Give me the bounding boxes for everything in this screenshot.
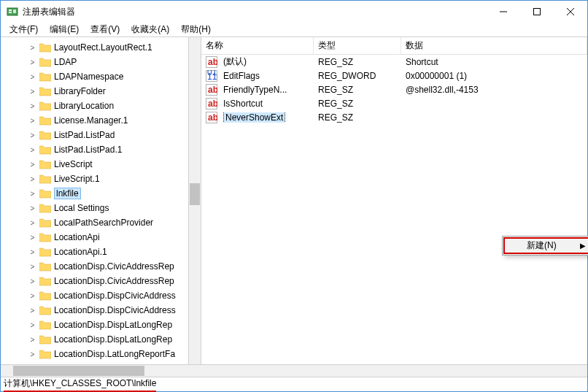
expander-icon[interactable]: > <box>28 350 36 358</box>
tree-item[interactable]: >LocationApi <box>1 230 188 245</box>
tree-item[interactable]: >LDAPNamespace <box>1 69 188 84</box>
list-row[interactable]: abNeverShowExtREG_SZ <box>201 110 587 124</box>
close-button[interactable] <box>554 1 587 23</box>
tree-item[interactable]: >LocationDisp.DispCivicAddress <box>1 288 188 303</box>
folder-icon <box>39 86 51 96</box>
minimize-button[interactable] <box>487 1 520 23</box>
cell-name: NeverShowExt <box>219 112 314 123</box>
menu-help[interactable]: 帮助(H) <box>175 22 217 37</box>
list-view[interactable]: ab(默认)REG_SZShortcut011110EditFlagsREG_D… <box>201 55 587 364</box>
tree-item[interactable]: >LDAP <box>1 55 188 69</box>
tree-item[interactable]: >LocationDisp.DispCivicAddress <box>1 303 188 318</box>
tree-item-label: LDAP <box>54 57 77 67</box>
cell-data: @shell32.dll,-4153 <box>401 85 587 95</box>
statusbar: 计算机\HKEY_CLASSES_ROOT\lnkfile <box>1 377 587 391</box>
tree-item[interactable]: >ListPad.ListPad.1 <box>1 142 188 157</box>
svg-rect-5 <box>534 9 541 15</box>
tree-item[interactable]: >LayoutRect.LayoutRect.1 <box>1 40 188 55</box>
tree-item[interactable]: >LibraryFolder <box>1 84 188 99</box>
menu-favorites[interactable]: 收藏夹(A) <box>125 22 175 37</box>
context-menu-new-item[interactable]: 新建(N) ▶ <box>503 237 588 254</box>
folder-icon <box>39 334 51 345</box>
folder-icon <box>39 305 51 315</box>
folder-icon <box>39 349 51 359</box>
expander-icon[interactable]: > <box>28 321 36 329</box>
folder-icon <box>39 261 51 272</box>
tree-item-label: LocationDisp.CivicAddressRep <box>54 261 174 272</box>
tree-item[interactable]: >lnkfile <box>1 186 188 201</box>
tree-item[interactable]: >ListPad.ListPad <box>1 128 188 142</box>
status-path: 计算机\HKEY_CLASSES_ROOT\lnkfile <box>4 377 156 392</box>
expander-icon[interactable]: > <box>28 277 36 285</box>
expander-icon[interactable]: > <box>28 117 36 125</box>
tree-item-label: LiveScript <box>54 159 93 169</box>
col-name[interactable]: 名称 <box>201 37 314 54</box>
expander-icon[interactable]: > <box>28 263 36 271</box>
list-row[interactable]: abFriendlyTypeN...REG_SZ@shell32.dll,-41… <box>201 82 587 96</box>
tree-item[interactable]: >LocationDisp.CivicAddressRep <box>1 274 188 288</box>
menu-view[interactable]: 查看(V) <box>85 22 125 37</box>
expander-icon[interactable]: > <box>28 161 36 169</box>
expander-icon[interactable]: > <box>28 131 36 139</box>
expander-icon[interactable]: > <box>28 88 36 96</box>
tree-item[interactable]: >LocationDisp.DispLatLongRep <box>1 332 188 347</box>
folder-icon <box>39 145 51 155</box>
expander-icon[interactable]: > <box>28 336 36 344</box>
tree-item-label: ListPad.ListPad <box>54 130 115 140</box>
tree-vertical-scrollbar[interactable] <box>188 37 201 364</box>
folder-icon <box>39 115 51 126</box>
expander-icon[interactable]: > <box>28 175 36 183</box>
cell-name: IsShortcut <box>219 99 314 109</box>
tree-item[interactable]: >LocalPathSearchProvider <box>1 215 188 230</box>
folder-icon <box>39 188 51 199</box>
list-header: 名称 类型 数据 <box>201 37 587 55</box>
tree-item[interactable]: >License.Manager.1 <box>1 113 188 128</box>
svg-rect-2 <box>9 12 12 13</box>
tree-item-label: LocationDisp.DispLatLongRep <box>54 320 172 330</box>
menubar: 文件(F) 编辑(E) 查看(V) 收藏夹(A) 帮助(H) <box>1 23 587 37</box>
expander-icon[interactable]: > <box>28 219 36 227</box>
expander-icon[interactable]: > <box>28 234 36 242</box>
tree-item[interactable]: >LiveScript <box>1 157 188 172</box>
menu-edit[interactable]: 编辑(E) <box>44 22 85 37</box>
expander-icon[interactable]: > <box>28 146 36 154</box>
expander-icon[interactable]: > <box>28 102 36 110</box>
tree-item-label: LocalPathSearchProvider <box>54 218 153 228</box>
tree-item[interactable]: >LocationApi.1 <box>1 245 188 259</box>
tree-pane: >LayoutRect.LayoutRect.1>LDAP>LDAPNamesp… <box>1 37 201 364</box>
expander-icon[interactable]: > <box>28 307 36 315</box>
svg-text:ab: ab <box>208 85 217 95</box>
tree-item-label: ListPad.ListPad.1 <box>54 145 122 155</box>
folder-icon <box>39 57 51 67</box>
col-data[interactable]: 数据 <box>401 37 587 54</box>
expander-icon[interactable]: > <box>28 73 36 81</box>
tree-item[interactable]: >LibraryLocation <box>1 99 188 113</box>
tree-view[interactable]: >LayoutRect.LayoutRect.1>LDAP>LDAPNamesp… <box>1 37 188 364</box>
list-row[interactable]: ab(默认)REG_SZShortcut <box>201 55 587 69</box>
expander-icon[interactable]: > <box>28 58 36 66</box>
folder-icon <box>39 42 51 53</box>
tree-item[interactable]: >LocationDisp.DispLatLongRep <box>1 318 188 332</box>
expander-icon[interactable]: > <box>28 190 36 198</box>
value-icon: ab <box>206 84 217 96</box>
folder-icon <box>39 130 51 140</box>
list-row[interactable]: abIsShortcutREG_SZ <box>201 96 587 110</box>
expander-icon[interactable]: > <box>28 204 36 212</box>
tree-item[interactable]: >Local Settings <box>1 201 188 215</box>
folder-icon <box>39 276 51 286</box>
tree-item[interactable]: >LocationDisp.CivicAddressRep <box>1 259 188 274</box>
tree-item[interactable]: >LocationDisp.LatLongReportFa <box>1 347 188 361</box>
tree-item[interactable]: >LiveScript.1 <box>1 172 188 186</box>
tree-item-label: LiveScript.1 <box>54 174 100 184</box>
expander-icon[interactable]: > <box>28 292 36 300</box>
tree-horizontal-scrollbar[interactable] <box>1 365 201 377</box>
col-type[interactable]: 类型 <box>314 37 401 54</box>
folder-icon <box>39 101 51 111</box>
expander-icon[interactable]: > <box>28 248 36 256</box>
folder-icon <box>39 218 51 228</box>
menu-file[interactable]: 文件(F) <box>4 22 44 37</box>
maximize-button[interactable] <box>520 1 554 23</box>
list-row[interactable]: 011110EditFlagsREG_DWORD0x00000001 (1) <box>201 69 587 82</box>
registry-editor-window: 注册表编辑器 文件(F) 编辑(E) 查看(V) 收藏夹(A) 帮助(H) >L… <box>0 0 588 392</box>
expander-icon[interactable]: > <box>28 44 36 52</box>
